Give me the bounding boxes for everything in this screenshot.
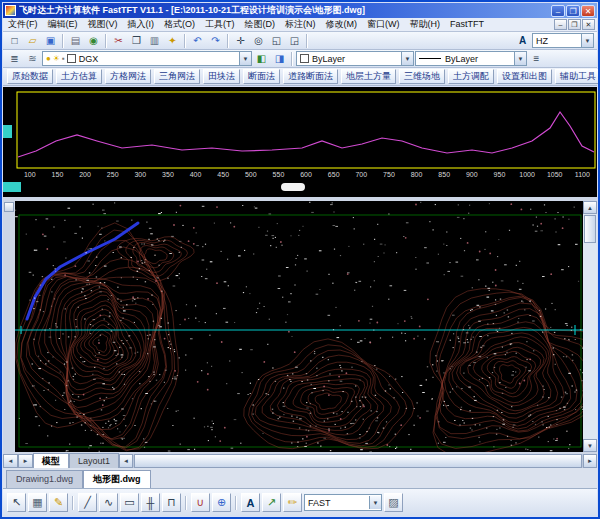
chevron-down-icon[interactable]: ▼ xyxy=(369,496,381,509)
profile-hscroll-left-thumb[interactable] xyxy=(3,182,21,192)
new-file-icon[interactable]: □ xyxy=(6,33,23,49)
chevron-down-icon[interactable]: ▼ xyxy=(581,34,593,47)
sketch-icon[interactable]: ✎ xyxy=(49,493,68,512)
pencil-icon[interactable]: ✏ xyxy=(283,493,302,512)
pointer-icon[interactable]: ↖ xyxy=(7,493,26,512)
text-style-select[interactable]: HZ ▼ xyxy=(532,33,594,48)
btn-auxiliary-tools[interactable]: 辅助工具 xyxy=(555,69,600,84)
scroll-up-icon[interactable]: ▲ xyxy=(583,201,597,214)
menu-fasttft[interactable]: FastTFT xyxy=(445,18,489,31)
section-icon[interactable]: ╫ xyxy=(141,493,160,512)
circle-plus-icon[interactable]: ⊕ xyxy=(212,493,231,512)
tab-model[interactable]: 模型 xyxy=(33,453,69,468)
btn-raw-data[interactable]: 原始数据 xyxy=(7,69,53,84)
fast-style-select[interactable]: FAST ▼ xyxy=(304,494,382,511)
horizontal-scroll-thumb[interactable] xyxy=(134,454,582,468)
map-canvas[interactable] xyxy=(15,201,587,452)
open-file-icon[interactable]: ▱ xyxy=(24,33,41,49)
zoom-previous-icon[interactable]: ◲ xyxy=(286,33,303,49)
tab-terrain-dwg[interactable]: 地形图.dwg xyxy=(83,470,151,488)
menu-dimension[interactable]: 标注(N) xyxy=(280,18,321,31)
profile-hscrollbar[interactable] xyxy=(3,181,597,194)
scroll-right-icon[interactable]: ► xyxy=(583,454,597,468)
grid-icon[interactable]: ▦ xyxy=(28,493,47,512)
print-preview-icon[interactable]: ◉ xyxy=(85,33,102,49)
scroll-down-icon[interactable]: ▼ xyxy=(583,439,597,452)
lineweight-icon[interactable]: ≡ xyxy=(528,51,545,67)
menu-file[interactable]: 文件(F) xyxy=(3,18,43,31)
layer-select[interactable]: ● ☀ ▪ DGX ▼ xyxy=(42,51,252,66)
profile-tick: 300 xyxy=(127,169,155,181)
splitter-button[interactable] xyxy=(4,202,14,212)
profile-chart[interactable] xyxy=(16,91,596,169)
match-properties-icon[interactable]: ✦ xyxy=(164,33,181,49)
btn-tin-method[interactable]: 三角网法 xyxy=(154,69,200,84)
chevron-down-icon[interactable]: ▼ xyxy=(514,52,526,65)
minimize-button[interactable]: – xyxy=(551,5,565,17)
undo-icon[interactable]: ↶ xyxy=(189,33,206,49)
linetype-sample xyxy=(419,58,441,59)
mdi-close-button[interactable]: ✕ xyxy=(582,19,595,30)
scroll-left-icon[interactable]: ◄ xyxy=(119,454,133,468)
vertical-scroll-thumb[interactable] xyxy=(584,215,596,243)
zoom-window-icon[interactable]: ◱ xyxy=(268,33,285,49)
layer-states-icon[interactable]: ≋ xyxy=(24,51,41,67)
btn-road-section-method[interactable]: 道路断面法 xyxy=(283,69,338,84)
btn-earthwork-allocation[interactable]: 土方调配 xyxy=(448,69,494,84)
menu-tools[interactable]: 工具(T) xyxy=(200,18,240,31)
paste-icon[interactable]: ▥ xyxy=(146,33,163,49)
redo-icon[interactable]: ↷ xyxy=(207,33,224,49)
btn-stratum-earthwork[interactable]: 地层土方量 xyxy=(341,69,396,84)
btn-settings-output[interactable]: 设置和出图 xyxy=(497,69,552,84)
chevron-down-icon[interactable]: ▼ xyxy=(239,52,251,65)
tab-drawing1[interactable]: Drawing1.dwg xyxy=(6,470,83,488)
zoom-realtime-icon[interactable]: ◎ xyxy=(250,33,267,49)
tab-layout1[interactable]: Layout1 xyxy=(69,453,119,468)
copy-icon[interactable]: ❐ xyxy=(128,33,145,49)
mdi-minimize-button[interactable]: – xyxy=(554,19,567,30)
profile-icon[interactable]: ⊓ xyxy=(162,493,181,512)
btn-earthwork-estimate[interactable]: 土方估算 xyxy=(56,69,102,84)
menu-draw[interactable]: 绘图(D) xyxy=(240,18,281,31)
menu-format[interactable]: 格式(O) xyxy=(159,18,200,31)
linetype-select[interactable]: ByLayer ▼ xyxy=(415,51,527,66)
menu-window[interactable]: 窗口(W) xyxy=(362,18,405,31)
color-select[interactable]: ByLayer ▼ xyxy=(296,51,414,66)
profile-hscroll-thumb[interactable] xyxy=(281,183,305,191)
btn-3d-site[interactable]: 三维场地 xyxy=(399,69,445,84)
menu-help[interactable]: 帮助(H) xyxy=(405,18,446,31)
menu-view[interactable]: 视图(V) xyxy=(83,18,123,31)
tab-nav-right-icon[interactable]: ► xyxy=(18,454,33,468)
text-style-icon[interactable]: A xyxy=(514,33,531,49)
profile-vscroll-thumb[interactable] xyxy=(3,125,12,138)
menu-insert[interactable]: 插入(I) xyxy=(123,18,160,31)
horizontal-scrollbar[interactable]: ◄ ► xyxy=(119,454,597,468)
mdi-window-controls: – ❐ ✕ xyxy=(554,19,597,30)
menu-edit[interactable]: 编辑(E) xyxy=(43,18,83,31)
mdi-restore-button[interactable]: ❐ xyxy=(568,19,581,30)
menu-modify[interactable]: 修改(M) xyxy=(321,18,363,31)
restore-button[interactable]: ❐ xyxy=(566,5,580,17)
close-button[interactable]: ✕ xyxy=(581,5,595,17)
btn-field-method[interactable]: 田块法 xyxy=(203,69,240,84)
vertical-scrollbar[interactable]: ▲ ▼ xyxy=(583,201,597,452)
layer-previous-icon[interactable]: ◨ xyxy=(271,51,288,67)
polyline-icon[interactable]: ∿ xyxy=(99,493,118,512)
rectangle-icon[interactable]: ▭ xyxy=(120,493,139,512)
hatch-icon[interactable]: ▨ xyxy=(384,493,403,512)
chevron-down-icon[interactable]: ▼ xyxy=(401,52,413,65)
btn-section-method[interactable]: 断面法 xyxy=(243,69,280,84)
text-icon[interactable]: A xyxy=(241,493,260,512)
leader-icon[interactable]: ↗ xyxy=(262,493,281,512)
pan-icon[interactable]: ✛ xyxy=(232,33,249,49)
tab-nav-left-icon[interactable]: ◄ xyxy=(3,454,18,468)
layer-properties-icon[interactable]: ≣ xyxy=(6,51,23,67)
plot-icon[interactable]: ▤ xyxy=(67,33,84,49)
cut-icon[interactable]: ✂ xyxy=(110,33,127,49)
btn-grid-method[interactable]: 方格网法 xyxy=(105,69,151,84)
save-icon[interactable]: ▣ xyxy=(42,33,59,49)
line-icon[interactable]: ╱ xyxy=(78,493,97,512)
make-object-layer-icon[interactable]: ◧ xyxy=(253,51,270,67)
snap-icon[interactable]: ∪ xyxy=(191,493,210,512)
left-scroll-strip[interactable] xyxy=(3,201,15,452)
